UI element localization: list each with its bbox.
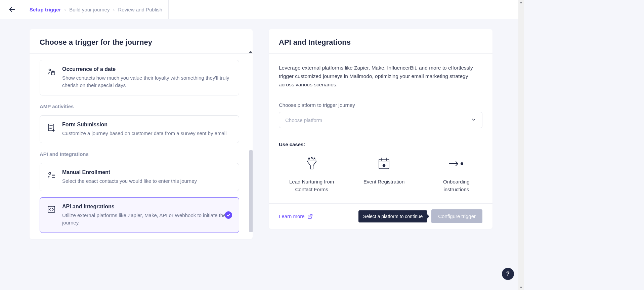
trigger-list-panel: Choose a trigger for the journey xyxy=(30,29,253,239)
scrollbar-up-icon[interactable] xyxy=(520,2,522,3)
learn-more-link[interactable]: Learn more xyxy=(279,213,313,219)
platform-select[interactable]: Choose platform xyxy=(279,112,482,128)
card-title: Occurrence of a date xyxy=(62,66,232,72)
use-case-label: Lead Nurturing from Contact Forms xyxy=(286,178,338,193)
scrollbar-up-icon[interactable] xyxy=(249,51,252,53)
card-desc: Customize a journey based on customer da… xyxy=(62,130,232,137)
section-label-amp: AMP activities xyxy=(40,103,239,109)
panel-title-left: Choose a trigger for the journey xyxy=(30,29,253,54)
svg-point-1 xyxy=(49,69,51,71)
scrollbar-down-icon[interactable] xyxy=(520,287,522,288)
card-title: Form Submission xyxy=(62,122,232,128)
learn-more-label: Learn more xyxy=(279,213,305,219)
external-link-icon xyxy=(307,214,313,219)
use-case-event-registration: Event Registration xyxy=(358,155,410,193)
platform-placeholder: Choose platform xyxy=(285,117,322,123)
trigger-detail-panel: API and Integrations Leverage external p… xyxy=(269,29,492,229)
card-title: API and Integrations xyxy=(62,204,232,210)
svg-line-26 xyxy=(310,214,312,217)
card-desc: Select the exact contacts you would like… xyxy=(62,177,232,185)
use-case-lead-nurturing: Lead Nurturing from Contact Forms xyxy=(286,155,338,193)
page-scrollbar[interactable] xyxy=(518,0,524,290)
person-list-icon xyxy=(47,171,56,180)
funnel-people-icon xyxy=(304,155,319,172)
checkmark-icon xyxy=(225,211,232,219)
svg-rect-15 xyxy=(48,206,55,212)
left-scrollbar[interactable] xyxy=(249,51,253,232)
configure-trigger-button[interactable]: Configure trigger xyxy=(431,209,482,223)
arrow-left-icon xyxy=(8,6,16,13)
calendar-dot-icon xyxy=(377,155,391,172)
platform-field-label: Choose platform to trigger journey xyxy=(279,102,482,108)
trigger-card-manual[interactable]: Manual Enrollment Select the exact conta… xyxy=(40,163,239,191)
use-case-label: Event Registration xyxy=(363,178,405,186)
scrollbar-thumb[interactable] xyxy=(249,150,253,232)
svg-point-23 xyxy=(383,165,385,167)
chevron-right-icon: › xyxy=(62,7,68,12)
section-label-api: API and Integrations xyxy=(40,151,239,157)
form-upload-icon xyxy=(47,123,56,132)
panel-title-right: API and Integrations xyxy=(269,29,492,54)
breadcrumb-step-setup[interactable]: Setup trigger xyxy=(28,7,62,12)
trigger-card-api-integrations[interactable]: API and Integrations Utilize external pl… xyxy=(40,197,239,233)
breadcrumb-step-review[interactable]: Review and Publish xyxy=(117,7,164,12)
top-header: Setup trigger › Build your journey › Rev… xyxy=(0,0,524,19)
breadcrumb-step-build[interactable]: Build your journey xyxy=(68,7,111,12)
trigger-card-form[interactable]: Form Submission Customize a journey base… xyxy=(40,115,239,143)
trigger-card-date[interactable]: Occurrence of a date Show contacts how m… xyxy=(40,60,239,95)
platform-tooltip: Select a platform to continue xyxy=(358,210,427,222)
code-box-icon xyxy=(47,205,56,214)
chevron-down-icon xyxy=(471,117,476,123)
use-cases-label: Use cases: xyxy=(279,141,482,147)
svg-point-11 xyxy=(49,172,51,174)
card-desc: Utilize external platforms like Zapier, … xyxy=(62,212,232,226)
card-title: Manual Enrollment xyxy=(62,169,232,175)
chevron-right-icon: › xyxy=(111,7,117,12)
back-button[interactable] xyxy=(0,0,24,19)
help-button[interactable]: ? xyxy=(502,268,514,280)
arrow-dot-icon xyxy=(448,155,465,172)
use-case-label: Onboarding instructions xyxy=(430,178,482,193)
svg-point-25 xyxy=(461,162,463,165)
card-desc: Show contacts how much you value their l… xyxy=(62,74,232,89)
breadcrumb: Setup trigger › Build your journey › Rev… xyxy=(24,0,169,19)
svg-rect-19 xyxy=(379,159,389,169)
person-calendar-icon xyxy=(47,68,56,77)
use-case-onboarding: Onboarding instructions xyxy=(430,155,482,193)
trigger-description: Leverage external platforms like Zapier,… xyxy=(279,64,482,89)
svg-rect-2 xyxy=(51,72,55,75)
